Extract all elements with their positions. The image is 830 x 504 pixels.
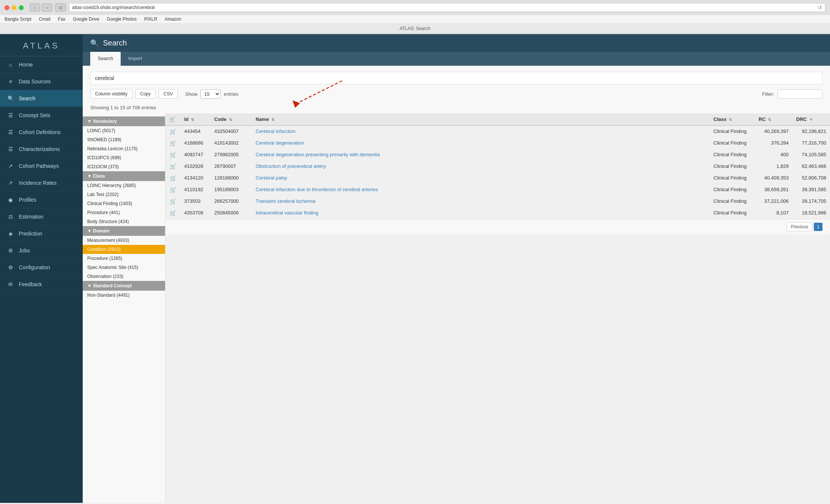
back-button[interactable]: ‹ (30, 3, 40, 12)
row-cart-3[interactable]: 🛒 (165, 161, 180, 172)
sidebar-item-home[interactable]: ⌂ Home (0, 56, 83, 73)
filter-section-class[interactable]: ▼ Class (83, 171, 165, 181)
url-bar[interactable]: atlas-covid19.ohdsi.org/#/search/cerebra… (69, 3, 825, 12)
row-cart-0[interactable]: 🛒 (165, 125, 180, 137)
sidebar-item-concept-sets[interactable]: ☰ Concept Sets (0, 107, 83, 124)
code-sort-icon: ⇅ (229, 118, 232, 122)
bookmark-bangla-script[interactable]: Bangla Script (5, 17, 31, 22)
bookmark-google-drive[interactable]: Google Drive (73, 17, 99, 22)
sidebar-item-configuration[interactable]: ⚙ Configuration (0, 259, 83, 276)
tab-import[interactable]: Import (121, 52, 150, 66)
forward-button[interactable]: › (42, 3, 52, 12)
row-cart-5[interactable]: 🛒 (165, 184, 180, 196)
filter-item-procedure-domain[interactable]: Procedure (1265) (83, 254, 165, 263)
row-drc-7: 18,521,996 (792, 207, 830, 219)
row-cart-6[interactable]: 🛒 (165, 196, 180, 207)
col-header-name[interactable]: Name ⇅ (252, 113, 710, 125)
sidebar-item-jobs[interactable]: ⚙ Jobs (0, 242, 83, 259)
filter-item-loinc-hierarchy[interactable]: LOINC Hierarchy (2685) (83, 181, 165, 190)
row-cart-4[interactable]: 🛒 (165, 172, 180, 184)
column-visibility-button[interactable]: Column visibility (90, 89, 132, 99)
filter-section-standard-concept[interactable]: ▼ Standard Concept (83, 281, 165, 291)
row-name-6[interactable]: Transient cerebral ischemia (252, 196, 710, 207)
row-id-1: 4168666 (180, 137, 211, 149)
row-name-3[interactable]: Obstruction of precerebral artery (252, 161, 710, 172)
filter-item-spec-anatomic-site[interactable]: Spec Anatomic Site (415) (83, 263, 165, 272)
sidebar-item-estimation[interactable]: ⚖ Estimation (0, 208, 83, 225)
row-name-0[interactable]: Cerebral infarction (252, 125, 710, 137)
filter-item-loinc[interactable]: LOINC (5017) (83, 126, 165, 135)
browser-chrome: ‹ › ⊡ atlas-covid19.ohdsi.org/#/search/c… (0, 0, 830, 34)
filter-item-measurement[interactable]: Measurement (4933) (83, 236, 165, 245)
reload-button[interactable]: ↺ (818, 5, 822, 11)
search-input[interactable] (90, 72, 822, 85)
filter-item-icd10cm[interactable]: ICD10CM (373) (83, 162, 165, 171)
minimize-button[interactable] (12, 5, 17, 10)
col-header-drc[interactable]: DRC ▼ (792, 113, 830, 125)
sidebar-item-profiles-label: Profiles (19, 197, 36, 203)
row-name-7[interactable]: Intracerebral vascular finding (252, 207, 710, 219)
row-class-5: Clinical Finding (710, 184, 755, 196)
bookmark-amazon[interactable]: Amazon (165, 17, 181, 22)
row-cart-1[interactable]: 🛒 (165, 137, 180, 149)
filter-item-observation[interactable]: Observation (233) (83, 272, 165, 281)
col-drc-label: DRC (796, 116, 807, 122)
sidebar-item-characterizations[interactable]: ☰ Characterizations (0, 141, 83, 158)
sidebar-item-jobs-label: Jobs (19, 247, 30, 254)
filter-section-domain[interactable]: ▼ Domain (83, 226, 165, 236)
sidebar-item-cohort-definitions[interactable]: ☰ Cohort Definitions (0, 124, 83, 141)
previous-page-button[interactable]: Previous (787, 222, 813, 231)
table-controls: Column visibility Copy CSV Show 15 25 50… (83, 85, 830, 103)
filter-item-clinical-finding[interactable]: Clinical Finding (1403) (83, 199, 165, 208)
row-drc-1: 77,316,700 (792, 137, 830, 149)
row-name-2[interactable]: Cerebral degeneration presenting primari… (252, 149, 710, 161)
filter-item-procedure-class[interactable]: Procedure (441) (83, 208, 165, 217)
sidebar-item-search[interactable]: 🔍 Search (0, 90, 83, 107)
entries-select[interactable]: 15 25 50 100 (200, 89, 221, 99)
sidebar-item-cohort-pathways-label: Cohort Pathways (19, 163, 59, 169)
row-cart-2[interactable]: 🛒 (165, 149, 180, 161)
tab-search[interactable]: Search (90, 52, 121, 66)
row-id-4: 4134120 (180, 172, 211, 184)
row-name-4[interactable]: Cerebral palsy (252, 172, 710, 184)
filter-item-nebraska-lexicon[interactable]: Nebraska Lexicon (1175) (83, 144, 165, 153)
bookmark-google-photos[interactable]: Google Photos (107, 17, 136, 22)
col-name-label: Name (256, 116, 269, 122)
sidebar-item-cohort-pathways[interactable]: ↗ Cohort Pathways (0, 158, 83, 175)
filter-input[interactable] (777, 89, 822, 99)
bookmark-fax[interactable]: Fax (58, 17, 65, 22)
csv-button[interactable]: CSV (159, 89, 178, 99)
row-code-5: 195189003 (211, 184, 252, 196)
sidebar-item-prediction[interactable]: ◈ Prediction (0, 225, 83, 242)
filter-item-icd10pcs[interactable]: ICD10PCS (699) (83, 153, 165, 162)
sidebar-item-feedback[interactable]: ✉ Feedback (0, 276, 83, 293)
row-code-6: 266257000 (211, 196, 252, 207)
bookmarks-bar: Bangla Script Cmail Fax Google Drive Goo… (0, 15, 830, 24)
col-header-id[interactable]: Id ⇅ (180, 113, 211, 125)
filter-item-body-structure[interactable]: Body Structure (424) (83, 217, 165, 226)
filter-item-lab-test[interactable]: Lab Test (2202) (83, 190, 165, 199)
col-header-rc[interactable]: RC ⇅ (755, 113, 792, 125)
sidebar-item-data-sources[interactable]: ≡ Data Sources (0, 73, 83, 90)
window-toggle-button[interactable]: ⊡ (55, 3, 66, 12)
copy-button[interactable]: Copy (135, 89, 156, 99)
row-class-2: Clinical Finding (710, 149, 755, 161)
bookmark-cmail[interactable]: Cmail (39, 17, 50, 22)
row-drc-6: 39,174,705 (792, 196, 830, 207)
bookmark-pixlr[interactable]: PIXLR (144, 17, 157, 22)
row-name-5[interactable]: Cerebral infarction due to thrombosis of… (252, 184, 710, 196)
col-header-cart: 🛒 (165, 113, 180, 125)
col-header-class[interactable]: Class ⇅ (710, 113, 755, 125)
table-area: 🛒 Id ⇅ Code ⇅ Name ⇅ (165, 113, 830, 503)
col-header-code[interactable]: Code ⇅ (211, 113, 252, 125)
filter-item-snomed[interactable]: SNOMED (1189) (83, 135, 165, 144)
filter-item-non-standard[interactable]: Non-Standard (4491) (83, 291, 165, 300)
filter-item-condition[interactable]: Condition (2913) (83, 245, 165, 254)
maximize-button[interactable] (19, 5, 24, 10)
sidebar-item-profiles[interactable]: ◉ Profiles (0, 192, 83, 208)
close-button[interactable] (5, 5, 9, 10)
row-name-1[interactable]: Cerebral degeneration (252, 137, 710, 149)
row-cart-7[interactable]: 🛒 (165, 207, 180, 219)
sidebar-item-incidence-rates[interactable]: ↗ Incidence Rates (0, 175, 83, 192)
filter-section-vocabulary[interactable]: ▼ Vocabulary (83, 116, 165, 126)
